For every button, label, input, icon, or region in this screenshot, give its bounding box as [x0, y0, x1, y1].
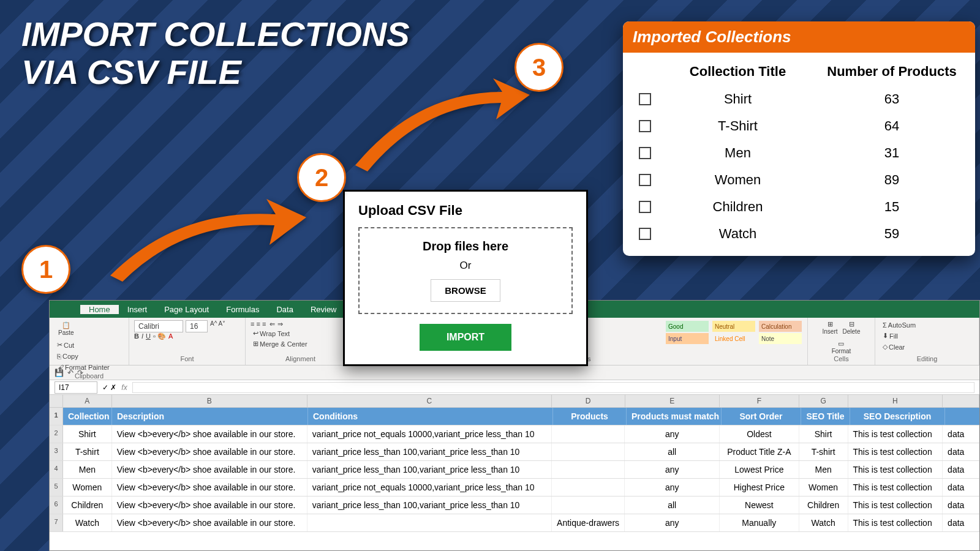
col-header[interactable]: B — [112, 395, 307, 408]
browse-button[interactable]: BROWSE — [431, 279, 500, 302]
cell[interactable]: View <b>every</b> shoe available in our … — [112, 479, 307, 496]
cell[interactable]: variant_price not_equals 10000,variant_p… — [307, 479, 552, 496]
cell[interactable]: Children — [63, 497, 112, 514]
menu-formulas[interactable]: Formulas — [217, 305, 268, 314]
font-selector[interactable]: Calibri — [134, 320, 183, 332]
menu-home[interactable]: Home — [80, 305, 119, 314]
menu-page-layout[interactable]: Page Layout — [156, 305, 217, 314]
style-good[interactable]: Good — [666, 321, 709, 332]
cell[interactable]: Antique-drawers — [552, 514, 625, 531]
cell[interactable]: Men — [799, 461, 848, 478]
cell[interactable]: variant_price less_than 100,variant_pric… — [307, 497, 552, 514]
style-neutral[interactable]: Neutral — [712, 321, 755, 332]
cell[interactable]: View <b>every</b> shoe available in our … — [112, 443, 307, 460]
cell[interactable]: View <b>every</b> shoe available in our … — [112, 514, 307, 531]
style-calculation[interactable]: Calculation — [759, 321, 802, 332]
cell[interactable]: any — [625, 479, 720, 496]
cell[interactable] — [552, 479, 625, 496]
cell[interactable]: data — [943, 479, 979, 496]
col-header[interactable]: C — [307, 395, 552, 408]
cell[interactable] — [552, 497, 625, 514]
fill-button[interactable]: ⬇ Fill — [880, 331, 900, 341]
import-button[interactable]: IMPORT — [420, 324, 511, 351]
cell[interactable]: View <b>every</b> shoe available in our … — [112, 497, 307, 514]
cell[interactable]: all — [625, 443, 720, 460]
cell[interactable]: any — [625, 514, 720, 531]
cell[interactable]: View <b>every</b> shoe available in our … — [112, 461, 307, 478]
cell[interactable]: Oldest — [720, 425, 799, 443]
col-header[interactable]: D — [552, 395, 625, 408]
cell[interactable] — [552, 443, 625, 460]
cell[interactable]: Women — [63, 479, 112, 496]
style-input[interactable]: Input — [666, 333, 709, 344]
cell[interactable]: View <b>every</b> shoe available in our … — [112, 425, 307, 443]
cell[interactable]: Product Title Z-A — [720, 443, 799, 460]
cell[interactable]: This is test collection — [848, 497, 943, 514]
redo-icon[interactable]: ↷ — [77, 369, 83, 377]
cut-button[interactable]: ✂ Cut — [55, 340, 112, 350]
autosum-button[interactable]: Σ AutoSum — [880, 320, 918, 330]
style-note[interactable]: Note — [759, 333, 802, 344]
delete-cells-button[interactable]: ⊟Delete — [843, 320, 861, 335]
checkbox[interactable] — [639, 228, 651, 240]
cell[interactable]: Highest Price — [720, 479, 799, 496]
cell[interactable]: T-shirt — [799, 443, 848, 460]
cell[interactable]: This is test collection — [848, 461, 943, 478]
name-box[interactable]: I17 — [55, 381, 97, 394]
cell[interactable] — [307, 514, 552, 531]
save-icon[interactable]: 💾 — [55, 369, 64, 377]
col-header[interactable]: E — [625, 395, 720, 408]
dropzone[interactable]: Drop files here Or BROWSE — [358, 227, 573, 314]
menu-review[interactable]: Review — [302, 305, 345, 314]
cell[interactable]: Men — [63, 461, 112, 478]
cell[interactable]: Newest — [720, 497, 799, 514]
col-header[interactable] — [943, 395, 979, 408]
checkbox[interactable] — [639, 201, 651, 213]
col-header[interactable]: A — [63, 395, 112, 408]
cell[interactable]: data — [943, 497, 979, 514]
checkbox[interactable] — [639, 120, 651, 132]
cell[interactable]: variant_price not_equals 10000,variant_p… — [307, 425, 552, 443]
menu-insert[interactable]: Insert — [119, 305, 156, 314]
cell[interactable]: Manually — [720, 514, 799, 531]
cell[interactable]: data — [943, 425, 979, 443]
cell[interactable]: This is test collection — [848, 514, 943, 531]
cell[interactable]: Lowest Price — [720, 461, 799, 478]
style-linked[interactable]: Linked Cell — [712, 333, 755, 344]
cell[interactable]: any — [625, 425, 720, 443]
wrap-text-button[interactable]: ↩ Wrap Text — [251, 328, 292, 339]
cell[interactable]: variant_price less_than 100,variant_pric… — [307, 443, 552, 460]
clear-button[interactable]: ◇ Clear — [880, 342, 907, 352]
cell[interactable]: This is test collection — [848, 479, 943, 496]
cell[interactable]: Watch — [799, 514, 848, 531]
cell[interactable]: all — [625, 497, 720, 514]
paste-button[interactable]: 📋Paste — [55, 320, 78, 337]
cell[interactable]: T-shirt — [63, 443, 112, 460]
cell[interactable]: Shirt — [799, 425, 848, 443]
col-header[interactable]: H — [848, 395, 943, 408]
merge-button[interactable]: ⊞ Merge & Center — [251, 339, 310, 349]
checkbox[interactable] — [639, 147, 651, 159]
checkbox[interactable] — [639, 174, 651, 186]
cell[interactable]: data — [943, 514, 979, 531]
cell[interactable]: This is test collection — [848, 443, 943, 460]
cell[interactable] — [552, 425, 625, 443]
font-size-selector[interactable]: 16 — [186, 320, 208, 332]
cell[interactable]: data — [943, 461, 979, 478]
cell[interactable]: data — [943, 443, 979, 460]
undo-icon[interactable]: ↶ — [67, 369, 74, 377]
format-cells-button[interactable]: ▭Format — [832, 340, 851, 354]
checkbox[interactable] — [639, 93, 651, 105]
insert-cells-button[interactable]: ⊞Insert — [823, 320, 838, 335]
cell[interactable] — [552, 461, 625, 478]
cell[interactable]: any — [625, 461, 720, 478]
col-header[interactable]: F — [720, 395, 799, 408]
formula-input[interactable] — [132, 382, 974, 393]
col-header[interactable]: G — [799, 395, 848, 408]
cell[interactable]: Children — [799, 497, 848, 514]
menu-data[interactable]: Data — [268, 305, 301, 314]
cell[interactable]: variant_price less_than 100,variant_pric… — [307, 461, 552, 478]
copy-button[interactable]: ⎘ Copy — [55, 351, 112, 361]
cell[interactable]: This is test collection — [848, 425, 943, 443]
cell[interactable]: Shirt — [63, 425, 112, 443]
